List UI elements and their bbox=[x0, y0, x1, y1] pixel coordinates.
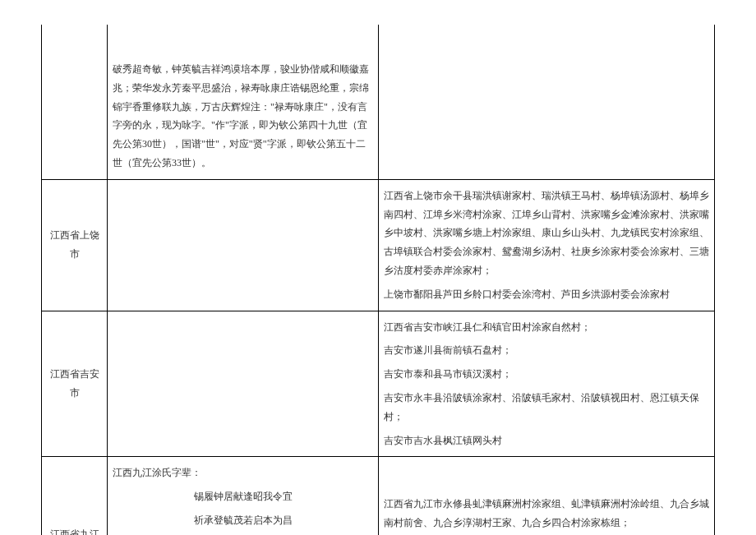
cell-1-villages: 江西省上饶市余干县瑞洪镇谢家村、瑞洪镇王马村、杨埠镇汤源村、杨埠乡南四村、江埠乡… bbox=[379, 179, 715, 311]
cell-0-generation: 破秀超奇敏，钟英毓吉祥鸿谟培本厚，骏业协偕咸和顺徽嘉兆；荣华发永芳秦平思盛治，禄… bbox=[108, 25, 379, 179]
village-text: 上饶市鄱阳县芦田乡舲口村委会涂湾村、芦田乡洪源村委会涂家村 bbox=[384, 285, 709, 304]
cell-3-region: 江西省九江市 bbox=[42, 457, 108, 535]
generation-text: 祈承登毓茂若启本为昌 bbox=[113, 511, 373, 530]
cell-0-region bbox=[42, 25, 108, 179]
cell-2-region: 江西省吉安市 bbox=[42, 311, 108, 457]
village-text: 江西省吉安市峡江县仁和镇官田村涂家自然村； bbox=[384, 318, 709, 337]
cell-2-villages: 江西省吉安市峡江县仁和镇官田村涂家自然村； 吉安市遂川县衙前镇石盘村； 吉安市泰… bbox=[379, 311, 715, 457]
village-text: 吉安市遂川县衙前镇石盘村； bbox=[384, 341, 709, 360]
village-text: 江西省上饶市余干县瑞洪镇谢家村、瑞洪镇王马村、杨埠镇汤源村、杨埠乡南四村、江埠乡… bbox=[384, 187, 709, 280]
generation-text: 锡履钟居献逢昭我令宜 bbox=[113, 487, 373, 506]
cell-3-generation: 江西九江涂氏字辈： 锡履钟居献逢昭我令宜 祈承登毓茂若启本为昌 修水县西港镇占坊… bbox=[108, 457, 379, 535]
cell-1-generation bbox=[108, 179, 379, 311]
cell-1-region: 江西省上饶市 bbox=[42, 179, 108, 311]
generation-text: 江西九江涂氏字辈： bbox=[113, 464, 373, 482]
village-text: 吉安市泰和县马市镇汉溪村； bbox=[384, 365, 709, 384]
cell-2-generation bbox=[108, 311, 379, 457]
cell-0-villages bbox=[379, 25, 715, 179]
generation-text: 破秀超奇敏，钟英毓吉祥鸿谟培本厚，骏业协偕咸和顺徽嘉兆；荣华发永芳秦平思盛治，禄… bbox=[113, 60, 373, 173]
village-text: 江西省九江市永修县虬津镇麻洲村涂家组、虬津镇麻洲村涂岭组、九合乡城南村前舍、九合… bbox=[384, 495, 709, 533]
village-text: 吉安市吉水县枫江镇网头村 bbox=[384, 431, 709, 450]
cell-3-villages: 江西省九江市永修县虬津镇麻洲村涂家组、虬津镇麻洲村涂岭组、九合乡城南村前舍、九合… bbox=[379, 457, 715, 535]
village-text: 吉安市永丰县沿陂镇涂家村、沿陂镇毛家村、沿陂镇视田村、恩江镇天保村； bbox=[384, 389, 709, 427]
